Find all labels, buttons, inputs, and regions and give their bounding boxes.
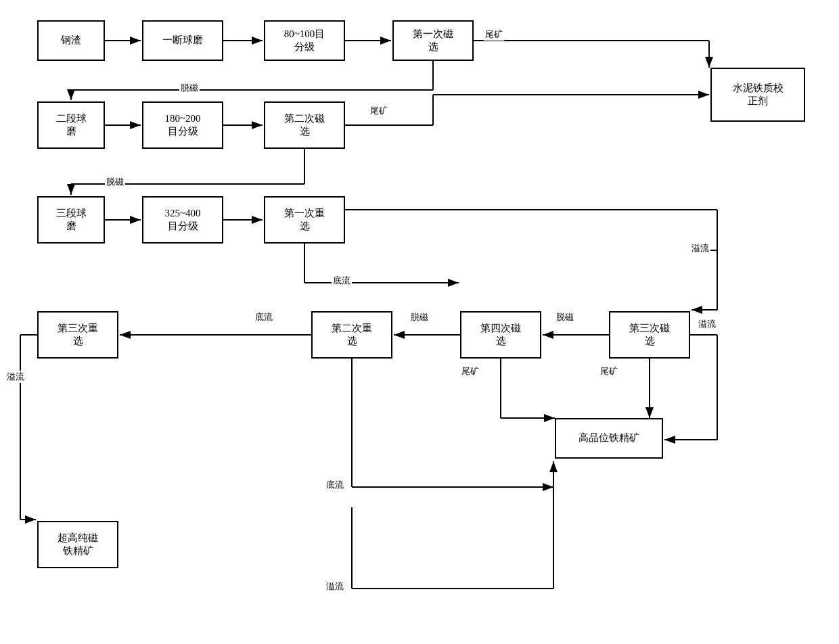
box-325400: 325~400目分级 [142, 196, 223, 244]
label-yiliu3: 溢流 [325, 580, 345, 593]
box-sanduan: 三段球磨 [37, 196, 105, 244]
label-tuoci3: 脱磁 [555, 311, 575, 323]
box-shuini: 水泥铁质校正剂 [710, 68, 805, 122]
box-ci3: 第三次磁选 [609, 311, 690, 359]
box-80100: 80~100目分级 [264, 20, 345, 61]
label-tuoci4: 脱磁 [409, 311, 430, 323]
box-gangzha: 钢渣 [37, 20, 105, 61]
box-chaogao: 超高纯磁铁精矿 [37, 521, 118, 568]
box-ci2: 第二次磁选 [264, 101, 345, 149]
label-yiliu1: 溢流 [690, 242, 710, 254]
box-zhong2: 第二次重选 [311, 311, 392, 359]
label-diliu3: 底流 [325, 479, 345, 491]
flowchart-diagram: 钢渣 一断球磨 80~100目分级 第一次磁选 水泥铁质校正剂 二段球磨 180… [0, 0, 839, 644]
label-tuoci1: 脱磁 [179, 82, 200, 94]
label-diliu1: 底流 [332, 275, 352, 287]
box-ci1: 第一次磁选 [392, 20, 474, 61]
box-zhong3: 第三次重选 [37, 311, 118, 359]
label-weikuang2: 尾矿 [369, 105, 389, 117]
box-yiduan: 一断球磨 [142, 20, 223, 61]
box-erduan: 二段球磨 [37, 101, 105, 149]
box-zhong1: 第一次重选 [264, 196, 345, 244]
label-yiliu4: 溢流 [697, 318, 717, 330]
label-weikuang1: 尾矿 [484, 28, 504, 41]
label-weikuang4: 尾矿 [599, 365, 619, 377]
box-180200: 180~200目分级 [142, 101, 223, 149]
label-weikuang3: 尾矿 [460, 365, 480, 377]
label-yiliu2: 溢流 [5, 371, 26, 383]
label-diliu2: 底流 [254, 311, 274, 323]
box-ci4: 第四次磁选 [460, 311, 541, 359]
box-gaopinwei: 高品位铁精矿 [555, 418, 663, 459]
label-tuoci2: 脱磁 [105, 176, 125, 188]
